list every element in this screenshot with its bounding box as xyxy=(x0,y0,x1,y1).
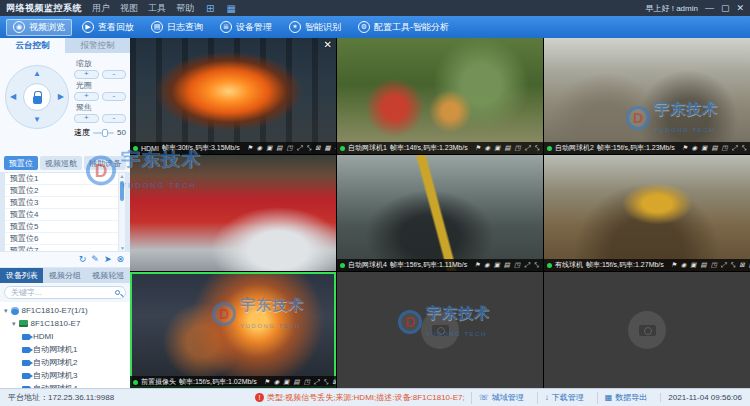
tab-video-cruise[interactable]: 视频巡航 xyxy=(40,156,82,170)
preset-scrollbar[interactable]: ▲ ▼ xyxy=(118,173,125,251)
alarm-flag-icon[interactable]: ⚑ xyxy=(682,144,688,152)
ptz-down-icon[interactable]: ▼ xyxy=(33,116,41,124)
zoom-in-icon[interactable]: ⤢ xyxy=(525,144,530,152)
tab-device-list[interactable]: 设备列表 xyxy=(0,268,43,283)
chevron-down-icon[interactable]: ▾ xyxy=(12,320,16,328)
search-input[interactable] xyxy=(11,288,111,297)
zoom-out-icon[interactable]: ⤡ xyxy=(533,261,538,269)
record-icon[interactable]: ◉ xyxy=(257,144,263,152)
video-cell-wired[interactable]: 有线球机 帧率:15f/s,码率:1.27Mb/s ⚑◉▣▤◳⤢⤡⊠▦◁☏ xyxy=(544,155,750,271)
list-item[interactable]: 预置位5 xyxy=(5,221,125,233)
list-item[interactable]: 预置位4 xyxy=(5,209,125,221)
stream-icon[interactable]: ◳ xyxy=(304,378,310,386)
tree-channel-dome2[interactable]: 自动网球机2 xyxy=(0,356,130,369)
restore-icon[interactable]: ▢ xyxy=(721,4,730,13)
layout-grid-icon[interactable]: ⊞ xyxy=(206,3,214,14)
log-query-button[interactable]: ▤ 日志查询 xyxy=(144,19,210,36)
zoom-out-icon[interactable]: ⤡ xyxy=(730,261,735,269)
list-item[interactable]: 预置位1 xyxy=(5,173,125,185)
ptz-pad[interactable]: ▲ ▼ ◀ ▶ xyxy=(5,65,69,129)
snapshot-icon[interactable]: ▣ xyxy=(266,144,272,152)
video-browse-button[interactable]: ◉ 视频浏览 xyxy=(6,19,72,36)
goto-preset-icon[interactable]: ➤ xyxy=(104,254,112,264)
tree-channel-hdmi[interactable]: HDMI xyxy=(0,330,130,343)
search-box[interactable] xyxy=(4,286,126,299)
focus-plus-button[interactable]: + xyxy=(74,114,99,123)
playback-button[interactable]: ▶ 查看回放 xyxy=(75,19,141,36)
record-icon[interactable]: ◉ xyxy=(274,378,280,386)
audio-icon[interactable]: ◁ xyxy=(335,144,336,152)
video-cell-hdmi[interactable]: ✕ HDMI 帧率:30f/s,码率:3.15Mb/s ⚑◉▣▤◳⤢⤡⊠▦◁☏ xyxy=(130,38,336,154)
tree-node-root[interactable]: ▾ 8F1C1810-E7(1/1) xyxy=(0,304,130,317)
list-item[interactable]: 预置位7 xyxy=(5,245,125,252)
close-stream-icon[interactable]: ⊠ xyxy=(315,144,320,152)
alarm-flag-icon[interactable]: ⚑ xyxy=(475,144,481,152)
tab-presets[interactable]: 预置位 xyxy=(4,156,38,170)
stream-icon[interactable]: ◳ xyxy=(515,144,521,152)
zoom-plus-button[interactable]: + xyxy=(74,70,99,79)
alarm-flag-icon[interactable]: ⚑ xyxy=(247,144,253,152)
stream-icon[interactable]: ◳ xyxy=(514,261,520,269)
scroll-up-icon[interactable]: ▲ xyxy=(119,173,125,179)
video-cell-empty-1[interactable] xyxy=(337,272,543,388)
snapshot-icon[interactable]: ▣ xyxy=(283,378,289,386)
list-item[interactable]: 预置位6 xyxy=(5,233,125,245)
zoom-in-icon[interactable]: ⤢ xyxy=(524,261,529,269)
video-cell-dome1[interactable]: 自动网球机1 帧率:14f/s,码率:1.23Mb/s ⚑◉▣▤◳⤢⤡⊠▦◁☏ xyxy=(337,38,543,154)
speed-slider-thumb[interactable] xyxy=(102,129,108,137)
record-icon[interactable]: ◉ xyxy=(681,261,687,269)
tree-channel-dome1[interactable]: 自动网球机1 xyxy=(0,343,130,356)
playback-icon[interactable]: ▤ xyxy=(700,261,706,269)
scroll-down-icon[interactable]: ▼ xyxy=(120,245,125,251)
record-icon[interactable]: ◉ xyxy=(692,144,698,152)
city-manage-link[interactable]: ☏ 城域管理 xyxy=(471,392,531,404)
video-cell-dome4[interactable]: 自动网球机4 帧率:15f/s,码率:1.11Mb/s ⚑◉▣▤◳⤢⤡⊠▦◁☏ xyxy=(337,155,543,271)
data-export-link[interactable]: ▦ 数据导出 xyxy=(597,392,655,404)
tree-node-device[interactable]: ▾ 8F1C1810-E7 xyxy=(0,317,130,330)
zoom-in-icon[interactable]: ⤢ xyxy=(721,261,726,269)
iris-plus-button[interactable]: + xyxy=(74,92,99,101)
zoom-out-icon[interactable]: ⤡ xyxy=(741,144,746,152)
snapshot-icon[interactable]: ▣ xyxy=(690,261,696,269)
close-video-icon[interactable]: ✕ xyxy=(324,39,332,50)
snapshot-icon[interactable]: ▣ xyxy=(494,261,500,269)
tab-alarm-control[interactable]: 报警控制 xyxy=(65,38,130,53)
zoom-out-icon[interactable]: ⤡ xyxy=(306,144,311,152)
stream-icon[interactable]: ◳ xyxy=(722,144,728,152)
playback-icon[interactable]: ▤ xyxy=(276,144,282,152)
ptz-right-icon[interactable]: ▶ xyxy=(58,93,64,101)
smart-recognition-button[interactable]: ✶ 智能识别 xyxy=(282,19,348,36)
playback-icon[interactable]: ▤ xyxy=(504,261,510,269)
close-stream-icon[interactable]: ⊠ xyxy=(739,261,744,269)
zoom-out-icon[interactable]: ⤡ xyxy=(534,144,539,152)
alarm-flag-icon[interactable]: ⚑ xyxy=(671,261,677,269)
ptz-up-icon[interactable]: ▲ xyxy=(33,70,41,78)
scrollbar-thumb[interactable] xyxy=(120,181,124,201)
list-item[interactable]: 预置位2 xyxy=(5,185,125,197)
alarm-flag-icon[interactable]: ⚑ xyxy=(474,261,480,269)
video-cell-dome2[interactable]: 自动网球机2 帧率:15f/s,码率:1.23Mb/s ⚑◉▣▤◳⤢⤡⊠▦◁☏ xyxy=(544,38,750,154)
ptz-left-icon[interactable]: ◀ xyxy=(10,93,16,101)
video-cell-front-camera[interactable]: 前置摄像头 帧率:15f/s,码率:1.02Mb/s ⚑◉▣▤◳⤢⤡⊠▦◁☏ xyxy=(130,272,336,388)
playback-icon[interactable]: ▤ xyxy=(711,144,717,152)
playback-icon[interactable]: ▤ xyxy=(504,144,510,152)
playback-icon[interactable]: ▤ xyxy=(293,378,299,386)
tab-video-groups[interactable]: 视频分组 xyxy=(43,268,86,283)
record-icon[interactable]: ◉ xyxy=(484,261,490,269)
tab-aux-device[interactable]: 辅助设备 xyxy=(84,156,126,170)
set-preset-icon[interactable]: ✎ xyxy=(91,254,99,264)
chevron-down-icon[interactable]: ▾ xyxy=(4,307,8,315)
close-stream-icon[interactable]: ⊠ xyxy=(332,378,336,386)
delete-preset-icon[interactable]: ⊗ xyxy=(116,254,124,264)
menu-help[interactable]: 帮助 xyxy=(176,2,194,15)
zoom-in-icon[interactable]: ⤢ xyxy=(732,144,737,152)
focus-minus-button[interactable]: - xyxy=(102,114,127,123)
tab-video-patrol[interactable]: 视频轮巡 xyxy=(87,268,130,283)
list-item[interactable]: 预置位3 xyxy=(5,197,125,209)
tab-ptz-control[interactable]: 云台控制 xyxy=(0,38,65,53)
menu-view[interactable]: 视图 xyxy=(120,2,138,15)
refresh-preset-icon[interactable]: ↻ xyxy=(79,254,87,264)
video-cell-dome3[interactable] xyxy=(130,155,336,271)
speed-slider[interactable] xyxy=(93,132,114,134)
video-cell-empty-2[interactable] xyxy=(544,272,750,388)
